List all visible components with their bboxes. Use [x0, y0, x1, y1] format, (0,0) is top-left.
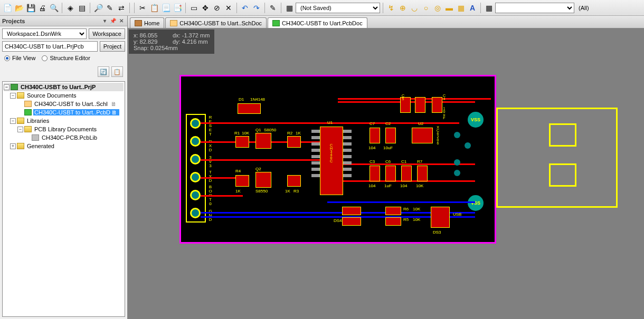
- component-c1[interactable]: [401, 166, 412, 181]
- component-c3[interactable]: [370, 166, 380, 181]
- pcb-canvas[interactable]: x: 86.055dx: -1.372 mm y: 82.829dy: 4.21…: [128, 28, 644, 319]
- collapse-icon[interactable]: −: [10, 118, 16, 124]
- silk-text: R6: [403, 207, 409, 211]
- component-r5[interactable]: [385, 217, 401, 226]
- component-c2[interactable]: [385, 128, 396, 143]
- tree-sch-doc[interactable]: CH340C-USBT to Uart..SchI 🗎: [4, 100, 124, 108]
- tab-home[interactable]: Home: [130, 17, 164, 28]
- via-icon[interactable]: ⊕: [397, 3, 408, 13]
- workspace-button[interactable]: Workspace: [89, 28, 125, 39]
- folder-icon: [17, 118, 24, 124]
- silk-text: 104: [368, 146, 375, 150]
- component-r3[interactable]: [287, 175, 301, 187]
- tool-icon[interactable]: ◈: [65, 3, 75, 13]
- tree-pcb-lib-docs[interactable]: − PCB Library Documents: [4, 125, 124, 133]
- arc-icon[interactable]: ◡: [409, 3, 420, 13]
- tab-pcb[interactable]: CH340C-USBT to Uart.PcbDoc: [268, 17, 367, 28]
- component-r1[interactable]: [235, 136, 249, 148]
- silk-text: 1uF: [384, 183, 392, 188]
- silk-text: C6: [385, 159, 391, 164]
- component-c6[interactable]: [385, 166, 396, 181]
- collapse-icon[interactable]: −: [10, 93, 16, 99]
- usb-connector-outline: [496, 108, 618, 208]
- silk-text: CH340C: [329, 143, 333, 162]
- component-c4[interactable]: [432, 97, 442, 113]
- project-button[interactable]: Project: [100, 41, 125, 52]
- layers-icon[interactable]: ▤: [77, 3, 87, 13]
- tree-pcb-lib-file[interactable]: CH340C-PCB.PcbLib: [4, 133, 124, 142]
- component-u2[interactable]: [415, 97, 425, 113]
- silk-text: 1K: [285, 189, 290, 194]
- select-icon[interactable]: ▭: [188, 3, 199, 13]
- filter-combo[interactable]: [495, 3, 574, 13]
- stop-icon[interactable]: ▦: [284, 3, 295, 13]
- tree-pcb-doc[interactable]: CH340C-USBT to Uart..PcbD 🗎: [4, 108, 124, 117]
- expand-icon[interactable]: +: [10, 143, 16, 149]
- tab-schematic[interactable]: CH340C-USBT to Uart..SchDoc: [165, 17, 267, 28]
- silk-text: DS4: [334, 218, 342, 223]
- component-r4[interactable]: [235, 175, 249, 187]
- cut-icon[interactable]: ✂: [137, 3, 148, 13]
- route-icon[interactable]: ↯: [386, 3, 396, 13]
- find-icon[interactable]: 🔎: [93, 3, 103, 13]
- pcb-board[interactable]: RESET RXD 3V3 TXD BOOT0 GND: [179, 75, 639, 244]
- region-icon[interactable]: ▦: [456, 3, 466, 13]
- structure-editor-radio[interactable]: Structure Editor: [42, 55, 90, 61]
- paste2-icon[interactable]: 📑: [172, 3, 183, 13]
- component-ds[interactable]: [342, 217, 361, 226]
- grid-icon[interactable]: ▦: [484, 3, 494, 13]
- component-r7[interactable]: [417, 166, 428, 181]
- preview-icon[interactable]: 🔍: [49, 3, 59, 13]
- circle-icon[interactable]: ○: [421, 3, 431, 13]
- panel-close-icon[interactable]: ✕: [118, 17, 125, 25]
- refresh-icon[interactable]: 🔄: [98, 66, 109, 77]
- component-q1[interactable]: [255, 133, 271, 149]
- print-icon[interactable]: 🖨: [37, 3, 48, 13]
- paste-icon[interactable]: 📃: [160, 3, 171, 13]
- component-ds3[interactable]: [431, 207, 450, 228]
- deselect-icon[interactable]: ⊘: [212, 3, 222, 13]
- copy-icon[interactable]: 📋: [149, 3, 159, 13]
- new-icon[interactable]: 📄: [2, 3, 13, 13]
- project-field[interactable]: CH340C-USBT to Uart..PrjPcb: [2, 41, 98, 52]
- component-c7[interactable]: [370, 128, 380, 143]
- clear-icon[interactable]: ✕: [223, 3, 234, 13]
- header-pad: [190, 136, 201, 147]
- project-tree[interactable]: − CH340C-USBT to Uart..PrjP − Source Doc…: [2, 81, 125, 317]
- pen-icon[interactable]: ✎: [268, 3, 278, 13]
- collapse-icon[interactable]: −: [17, 127, 23, 132]
- tree-source-docs[interactable]: − Source Documents: [4, 91, 124, 100]
- silk-text: 10K: [413, 207, 420, 211]
- component-r2[interactable]: [287, 136, 301, 148]
- silk-text: 10K: [242, 131, 249, 136]
- doc-modified-icon: 🗎: [111, 101, 117, 107]
- workspace-combo[interactable]: Workspace1.DsnWrk: [2, 28, 87, 39]
- replace-icon[interactable]: ✎: [105, 3, 115, 13]
- via: [454, 159, 460, 166]
- redo-icon[interactable]: ↷: [251, 3, 262, 13]
- undo-icon[interactable]: ↶: [240, 3, 250, 13]
- settings-icon[interactable]: 📋: [111, 66, 123, 77]
- tree-libraries[interactable]: − Libraries: [4, 117, 124, 125]
- panel-title: Projects: [2, 18, 25, 24]
- collapse-icon[interactable]: −: [4, 84, 10, 90]
- component-ds4[interactable]: [342, 207, 361, 215]
- component-d1[interactable]: [238, 103, 261, 114]
- save-icon[interactable]: 💾: [25, 3, 36, 13]
- panel-dropdown-icon[interactable]: ▾: [101, 17, 108, 25]
- fill-icon[interactable]: ▬: [444, 3, 454, 13]
- component-r6[interactable]: [385, 207, 401, 215]
- tree-generated[interactable]: + Generated: [4, 142, 124, 150]
- file-view-radio[interactable]: File View: [4, 55, 35, 61]
- panel-pin-icon[interactable]: 📌: [109, 17, 117, 25]
- component-q2[interactable]: [255, 172, 271, 188]
- component-u2b[interactable]: [412, 128, 433, 143]
- nav-icon[interactable]: ⇄: [116, 3, 127, 13]
- move-icon[interactable]: ✥: [200, 3, 211, 13]
- ring-icon[interactable]: ◎: [432, 3, 443, 13]
- schematic-icon: [24, 101, 32, 107]
- text-icon[interactable]: A: [467, 3, 478, 13]
- tree-root[interactable]: − CH340C-USBT to Uart..PrjP: [4, 83, 124, 91]
- open-icon[interactable]: 📂: [14, 3, 24, 13]
- save-state-combo[interactable]: (Not Saved): [296, 3, 380, 13]
